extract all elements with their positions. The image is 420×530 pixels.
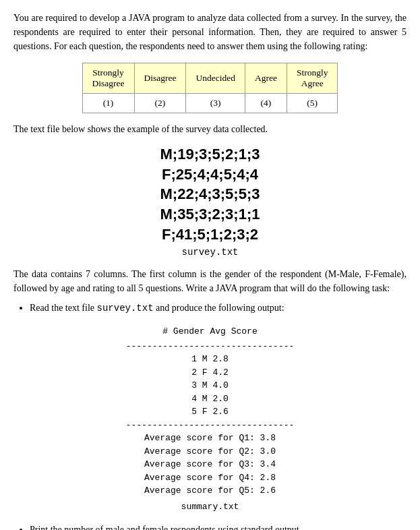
output-header: # Gender Avg Score — [126, 325, 295, 338]
intro-paragraph: You are required to develop a JAVA progr… — [13, 11, 407, 53]
bullet-print-respondents: Print the number of male and female resp… — [30, 523, 407, 530]
description-paragraph: The data contains 7 columns. The first c… — [13, 267, 407, 295]
val-5: (5) — [287, 94, 338, 113]
col-undecided: Undecided — [186, 63, 245, 94]
output-filename: summary.txt — [126, 500, 295, 514]
task-code-filename: survey.txt — [97, 303, 154, 314]
output-row-1: 1 M 2.8 — [126, 353, 295, 366]
output-block: # Gender Avg Score ---------------------… — [126, 325, 295, 513]
survey-line-3: M;22;4;3;5;5;3 — [13, 184, 407, 204]
output-row-3: 3 M 4.0 — [126, 379, 295, 392]
output-center: # Gender Avg Score ---------------------… — [13, 325, 407, 513]
survey-label: The text file below shows the example of… — [13, 124, 407, 135]
avg-q2: Average score for Q2: 3.0 — [126, 445, 295, 459]
rating-table: StronglyDisagree Disagree Undecided Agre… — [82, 63, 338, 113]
survey-data-block: M;19;3;5;2;1;3 F;25;4;4;5;4;4 M;22;4;3;5… — [13, 144, 407, 258]
col-strongly-agree: StronglyAgree — [287, 63, 338, 94]
task-list: Read the text file survey.txt and produc… — [30, 301, 407, 316]
avg-q3: Average score for Q3: 3.4 — [126, 458, 295, 471]
bottom-list: Print the number of male and female resp… — [30, 523, 407, 530]
task-item-1: Read the text file survey.txt and produc… — [30, 301, 407, 316]
output-row-5: 5 F 2.6 — [126, 405, 295, 419]
output-divider-top: -------------------------------- — [126, 340, 295, 353]
avg-q1: Average score for Q1: 3.8 — [126, 432, 295, 445]
survey-line-2: F;25;4;4;5;4;4 — [13, 165, 407, 185]
col-agree: Agree — [245, 63, 287, 94]
val-1: (1) — [82, 94, 134, 113]
survey-filename: survey.txt — [13, 247, 407, 258]
col-disagree: Disagree — [134, 63, 186, 94]
output-row-4: 4 M 2.0 — [126, 392, 295, 406]
avg-q4: Average score for Q4: 2.8 — [126, 471, 295, 485]
survey-line-1: M;19;3;5;2;1;3 — [13, 144, 407, 165]
survey-line-5: F;41;5;1;2;3;2 — [13, 225, 407, 245]
survey-line-4: M;35;3;2;3;1;1 — [13, 204, 407, 225]
col-strongly-disagree: StronglyDisagree — [82, 63, 134, 94]
output-row-2: 2 F 4.2 — [126, 366, 295, 380]
val-4: (4) — [245, 94, 287, 113]
output-divider-bottom: -------------------------------- — [126, 419, 295, 432]
avg-q5: Average score for Q5: 2.6 — [126, 484, 295, 498]
val-2: (2) — [134, 94, 186, 113]
task-intro-text: Read the text file — [30, 303, 97, 313]
val-3: (3) — [186, 94, 245, 113]
task-intro-end: and produce the following output: — [154, 303, 284, 313]
